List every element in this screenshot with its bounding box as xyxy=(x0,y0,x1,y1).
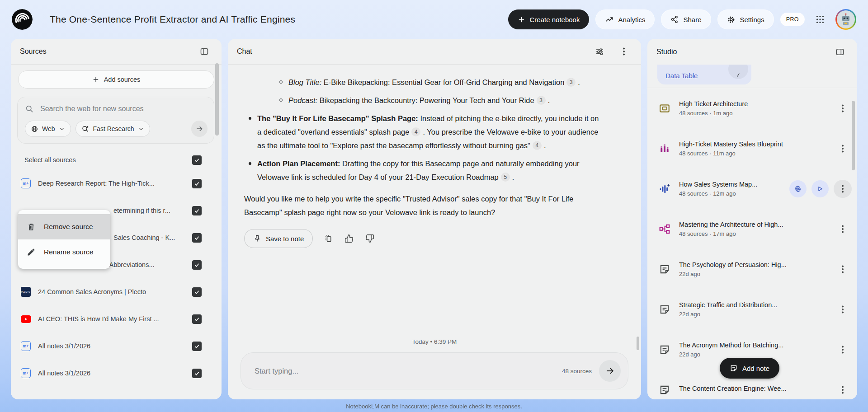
main-content: Sources Add sources xyxy=(0,39,868,399)
citation-chip[interactable]: 4 xyxy=(533,141,542,150)
citation-chip[interactable]: 5 xyxy=(501,173,510,182)
rename-source-menu-item[interactable]: Rename source xyxy=(18,239,110,265)
studio-item-menu-icon[interactable] xyxy=(834,341,852,359)
pin-icon xyxy=(253,234,261,243)
citation-chip[interactable]: 4 xyxy=(411,127,420,136)
source-checkbox[interactable] xyxy=(192,233,202,243)
apps-grid-icon[interactable] xyxy=(811,10,829,28)
studio-item-meta: 22d ago xyxy=(679,271,834,277)
thumbs-up-icon[interactable] xyxy=(344,233,354,244)
source-checkbox[interactable] xyxy=(192,179,202,188)
data-table-chip-label: Data Table xyxy=(665,72,698,80)
chevron-down-icon xyxy=(59,126,65,132)
studio-item-menu-icon[interactable] xyxy=(834,300,852,318)
chat-settings-icon[interactable] xyxy=(591,43,608,60)
studio-item-meta: 22d ago xyxy=(679,351,834,358)
sources-panel-header: Sources xyxy=(11,39,222,65)
studio-item-row[interactable]: How Sales Systems Map... 48 sources · 12… xyxy=(647,169,857,209)
select-all-checkbox[interactable] xyxy=(192,155,202,165)
studio-panel-header: Studio xyxy=(647,39,857,65)
chat-bullet: Action Plan Placement: Drafting the copy… xyxy=(244,157,602,184)
avatar[interactable] xyxy=(835,9,856,30)
chat-timestamp: Today • 6:39 PM xyxy=(228,338,641,345)
source-row[interactable]: PLECTO 24 Common Sales Acronyms | Plecto xyxy=(11,278,222,305)
sources-scrollbar[interactable] xyxy=(215,63,219,136)
source-context-menu: Remove source Rename source xyxy=(18,210,110,269)
source-row[interactable]: AI CEO: THIS is How I'd Make My First ..… xyxy=(11,305,222,332)
share-label: Share xyxy=(683,16,701,23)
studio-item-title: Strategic Traffic and Distribution... xyxy=(679,301,834,309)
studio-item-menu-icon[interactable] xyxy=(834,260,852,278)
studio-item-row[interactable]: Strategic Traffic and Distribution... 22… xyxy=(647,289,857,329)
source-checkbox[interactable] xyxy=(192,314,202,324)
notebooklm-logo-icon[interactable] xyxy=(12,9,33,30)
studio-item-menu-icon[interactable] xyxy=(834,381,852,399)
trash-icon xyxy=(27,222,36,231)
plus-icon xyxy=(92,76,99,83)
answer-actions: Save to note xyxy=(244,229,602,248)
play-icon[interactable] xyxy=(811,180,829,197)
citation-chip[interactable]: 3 xyxy=(566,78,576,87)
source-row[interactable]: m+ Deep Research Report: The High-Tick..… xyxy=(11,170,222,197)
edit-chip-icon[interactable] xyxy=(728,65,748,79)
source-title: 24 Common Sales Acronyms | Plecto xyxy=(38,288,192,295)
studio-item-menu-icon[interactable] xyxy=(834,220,852,238)
chat-sub-bullet: Podcast: Bikepacking the Backcountry: Po… xyxy=(244,94,602,107)
collapse-sources-panel-icon[interactable] xyxy=(196,43,212,60)
studio-item-meta: 48 sources · 11m ago xyxy=(679,150,834,157)
search-submit-button[interactable] xyxy=(191,121,208,137)
studio-scrollbar[interactable] xyxy=(852,101,855,170)
remove-source-menu-item[interactable]: Remove source xyxy=(18,214,110,239)
web-search-input[interactable] xyxy=(40,105,208,113)
source-checkbox[interactable] xyxy=(192,287,202,297)
markdown-note-icon: m+ xyxy=(21,341,31,351)
studio-item-row[interactable]: Mastering the Architecture of High... 48… xyxy=(647,209,857,249)
share-button[interactable]: Share xyxy=(661,9,711,29)
chat-more-menu-icon[interactable] xyxy=(616,43,632,60)
create-notebook-button[interactable]: Create notebook xyxy=(508,9,590,29)
chat-scrollbar[interactable] xyxy=(637,337,639,350)
studio-item-title: How Sales Systems Map... xyxy=(679,181,789,188)
bullet-marker xyxy=(249,162,251,165)
source-title: All notes 3/1/2026 xyxy=(38,342,192,350)
note-icon xyxy=(657,344,672,356)
collapse-studio-panel-icon[interactable] xyxy=(832,44,848,60)
studio-item-row[interactable]: High Ticket Architecture 48 sources · 1m… xyxy=(647,88,857,128)
chat-bullet: The "Buy It For Life Basecamp" Splash Pa… xyxy=(244,112,602,152)
studio-item-menu-icon[interactable] xyxy=(834,99,852,117)
copy-icon[interactable] xyxy=(323,233,334,244)
studio-item-meta: 48 sources · 17m ago xyxy=(679,230,834,237)
source-checkbox[interactable] xyxy=(192,260,202,270)
studio-item-row[interactable]: High-Ticket Mastery Sales Blueprint 48 s… xyxy=(647,128,857,169)
add-note-label: Add note xyxy=(742,365,769,372)
source-checkbox[interactable] xyxy=(192,206,202,215)
chat-input[interactable] xyxy=(255,367,562,375)
analytics-button[interactable]: Analytics xyxy=(595,9,655,29)
thumbs-down-icon[interactable] xyxy=(364,233,375,244)
studio-item-menu-icon[interactable] xyxy=(834,180,852,198)
citation-chip[interactable]: 3 xyxy=(537,96,546,105)
save-to-note-button[interactable]: Save to note xyxy=(244,229,313,248)
interactive-mode-icon[interactable] xyxy=(789,180,807,197)
source-checkbox[interactable] xyxy=(192,369,202,378)
studio-item-title: Mastering the Architecture of High... xyxy=(679,221,834,228)
gear-icon xyxy=(727,15,736,24)
data-table-chip[interactable]: Data Table xyxy=(657,65,751,84)
add-sources-button[interactable]: Add sources xyxy=(18,70,214,89)
source-row[interactable]: m+ All notes 3/1/2026 xyxy=(11,360,222,387)
research-mode-dropdown[interactable]: Fast Research xyxy=(75,121,150,137)
source-row[interactable]: m+ All notes 3/1/2026 xyxy=(11,332,222,360)
add-note-button[interactable]: Add note xyxy=(720,358,779,379)
chat-input-bar: 48 sources xyxy=(241,352,628,389)
send-message-button[interactable] xyxy=(599,360,621,382)
slides-icon xyxy=(657,103,672,114)
web-filter-dropdown[interactable]: Web xyxy=(25,121,71,137)
avatar-robot-image xyxy=(837,10,855,28)
chat-sub-bullet: Blog Title: E-Bike Bikepacking: Essentia… xyxy=(244,75,602,89)
settings-button[interactable]: Settings xyxy=(717,9,774,29)
web-filter-label: Web xyxy=(42,125,55,132)
source-checkbox[interactable] xyxy=(192,342,202,351)
flowchart-icon xyxy=(657,223,672,235)
studio-item-row[interactable]: The Psychology of Persuasion: Hig... 22d… xyxy=(647,249,857,289)
studio-item-menu-icon[interactable] xyxy=(834,140,852,158)
